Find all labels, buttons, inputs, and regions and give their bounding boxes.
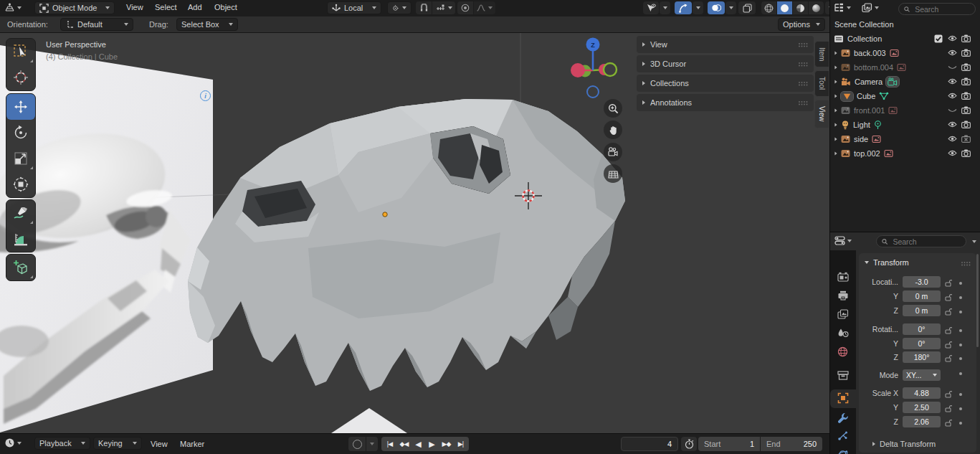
playback-menu[interactable]: Playback (34, 437, 90, 450)
rotation-x-field[interactable]: 0° (903, 323, 941, 335)
disable-render-toggle[interactable] (961, 92, 971, 101)
snap-toggle-button[interactable] (416, 1, 432, 14)
drag-grip-icon[interactable] (798, 100, 808, 105)
rotation-y-field[interactable]: 0° (903, 338, 941, 349)
shading-material-button[interactable] (793, 1, 808, 14)
next-keyframe-button[interactable]: ▶◆ (439, 437, 454, 451)
lowpoly-model[interactable] (188, 99, 625, 391)
delta-transform-header[interactable]: Delta Transform (872, 440, 936, 448)
proportional-editing-button[interactable] (457, 1, 473, 14)
lock-open-icon[interactable] (945, 341, 952, 349)
scale-y-field[interactable]: 2.50 (903, 402, 941, 413)
animate-decorator[interactable] (959, 407, 962, 410)
disable-render-toggle[interactable] (961, 106, 971, 115)
npanel-section-view[interactable]: View (637, 36, 814, 53)
timeline-menu-view[interactable]: View (145, 438, 173, 450)
keying-menu[interactable]: Keying (93, 437, 142, 450)
shading-solid-button[interactable] (777, 1, 792, 14)
navigation-gizmo[interactable]: Z (571, 38, 617, 98)
tool-rotate[interactable] (6, 120, 35, 146)
animate-decorator[interactable] (959, 357, 962, 360)
use-preview-range-button[interactable] (681, 437, 697, 451)
play-reverse-button[interactable]: ◀ (411, 437, 425, 451)
outliner-row-scene-collection[interactable]: Scene Collection (830, 17, 980, 32)
animate-decorator[interactable] (959, 344, 962, 346)
axis-y-neg-ball[interactable] (604, 63, 617, 76)
scale-x-field[interactable]: 4.88 (903, 387, 941, 399)
outliner-row-collection[interactable]: Collection (830, 32, 980, 46)
npanel-tab-tool[interactable]: Tool (814, 70, 829, 97)
play-button[interactable]: ▶ (425, 437, 439, 451)
hide-viewport-toggle[interactable] (948, 77, 957, 86)
outliner-row-front[interactable]: front.001 (830, 103, 980, 118)
hide-viewport-toggle[interactable] (948, 34, 957, 43)
timeline-editor-type-button[interactable] (4, 438, 22, 448)
proportional-falloff-dropdown[interactable] (474, 1, 495, 14)
scale-z-field[interactable]: 2.06 (903, 416, 941, 427)
disable-render-toggle[interactable] (961, 34, 971, 44)
animate-decorator[interactable] (959, 311, 962, 313)
menu-add[interactable]: Add (182, 1, 208, 13)
location-y-field[interactable]: 0 m (903, 290, 941, 302)
transform-orientation-dropdown[interactable]: Local (327, 1, 381, 14)
toggle-perspective-button[interactable] (604, 164, 622, 183)
navigate-dropdown[interactable] (693, 1, 703, 14)
npanel-tab-view[interactable]: View (814, 100, 829, 128)
drag-orientation-dropdown[interactable]: Default (60, 18, 133, 31)
animate-decorator[interactable] (959, 422, 962, 425)
npanel-tab-item[interactable]: Item (814, 41, 829, 67)
axis-z-neg-ball[interactable] (587, 86, 599, 98)
navigate-gizmo-button[interactable] (675, 1, 692, 14)
hide-viewport-toggle[interactable] (948, 135, 957, 143)
outliner-row-cube[interactable]: Cube (830, 89, 980, 103)
disable-render-toggle[interactable] (961, 149, 971, 159)
hide-viewport-toggle[interactable] (948, 92, 957, 100)
jump-to-start-button[interactable]: |◀ (383, 437, 396, 451)
disable-render-toggle[interactable] (961, 63, 971, 72)
outliner-row-side[interactable]: side (830, 132, 980, 146)
tool-annotate[interactable] (6, 200, 35, 226)
properties-search[interactable] (876, 235, 966, 247)
location-x-field[interactable]: -3.0 (903, 276, 941, 288)
npanel-section-collections[interactable]: Collections (637, 75, 814, 92)
frame-end-field[interactable]: End 250 (761, 437, 822, 451)
camera-view-button[interactable] (604, 143, 622, 161)
disable-render-toggle[interactable] (961, 77, 971, 87)
npanel-section-annotations[interactable]: Annotations (637, 94, 814, 111)
auto-keying-button[interactable] (348, 437, 366, 451)
axis-x-ball[interactable] (571, 63, 585, 77)
hide-viewport-toggle[interactable] (948, 106, 957, 115)
lock-open-icon[interactable] (945, 405, 952, 412)
animate-decorator[interactable] (959, 393, 962, 396)
auto-keying-dropdown[interactable] (366, 437, 378, 451)
outliner-search-input[interactable] (913, 4, 970, 14)
tab-physics[interactable] (837, 449, 848, 454)
lock-open-icon[interactable] (945, 419, 952, 427)
drag-grip-icon[interactable] (798, 62, 808, 67)
drag-grip-icon[interactable] (798, 42, 808, 47)
animate-decorator[interactable] (959, 372, 962, 375)
drag-grip-icon[interactable] (961, 261, 971, 266)
menu-object[interactable]: Object (209, 1, 243, 13)
outliner-row-top[interactable]: top.002 (830, 146, 980, 161)
show-overlays-button[interactable] (708, 1, 725, 14)
zoom-button[interactable] (604, 99, 622, 118)
outliner-editor-type-button[interactable] (834, 3, 851, 13)
drag-grip-icon[interactable] (798, 81, 808, 86)
editor-type-button[interactable] (4, 2, 22, 13)
tool-select-box[interactable] (6, 39, 35, 65)
shading-wireframe-button[interactable] (761, 1, 776, 14)
current-frame-field[interactable]: 4 (621, 437, 678, 451)
lock-open-icon[interactable] (945, 326, 952, 334)
xray-toggle-button[interactable] (738, 1, 756, 14)
pan-button[interactable] (604, 120, 622, 139)
npanel-section-3d-cursor[interactable]: 3D Cursor (637, 55, 814, 72)
pivot-point-dropdown[interactable] (387, 1, 411, 14)
tool-measure[interactable] (6, 226, 35, 252)
previous-keyframe-button[interactable]: ◆◀ (396, 437, 411, 451)
animate-decorator[interactable] (959, 282, 962, 285)
hide-viewport-toggle[interactable] (948, 149, 957, 158)
shading-rendered-button[interactable] (809, 1, 824, 14)
animate-decorator[interactable] (959, 296, 962, 299)
properties-editor-type-button[interactable] (834, 236, 852, 245)
